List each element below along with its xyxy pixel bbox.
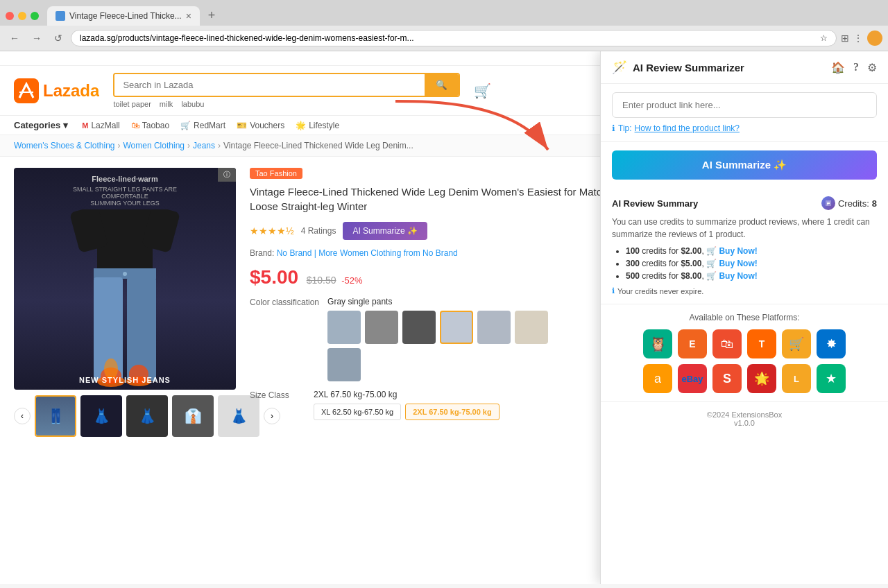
- product-link-input[interactable]: [612, 92, 877, 118]
- ai-panel-input-section: ℹ Tip: How to find the product link?: [601, 84, 888, 142]
- tab-title: Vintage Fleece-Lined Thicke...: [69, 11, 182, 21]
- breadcrumb-womens[interactable]: Women's Shoes & Clothing: [14, 141, 114, 150]
- platform-ebay[interactable]: eBay: [678, 364, 707, 393]
- platform-yelp[interactable]: 🌟: [747, 364, 776, 393]
- platform-etsy[interactable]: E: [678, 329, 707, 358]
- suggestion-1[interactable]: toilet paper: [113, 100, 151, 108]
- thumbnail-4[interactable]: 👔: [172, 395, 214, 437]
- platform-shopee[interactable]: 🛍: [712, 329, 742, 358]
- suggestion-2[interactable]: milk: [160, 100, 173, 108]
- nav-bar: ← → ↺ ☆ ⊞ ⋮: [0, 26, 888, 51]
- size-2xl[interactable]: 2XL 67.50 kg-75.00 kg: [405, 404, 500, 420]
- current-price: $5.00: [250, 266, 298, 288]
- window-controls: [6, 12, 39, 20]
- platform-lazada[interactable]: 🛒: [782, 329, 811, 358]
- nav-redmart[interactable]: 🛒 RedMart: [180, 121, 225, 130]
- discount-badge: -52%: [341, 275, 362, 286]
- categories-button[interactable]: Categories ▾: [14, 120, 68, 130]
- platform-amazon[interactable]: a: [643, 364, 672, 393]
- svg-point-7: [123, 272, 127, 276]
- rating-count: 4 Ratings: [301, 226, 336, 236]
- nav-taobao[interactable]: 🛍 Taobao: [131, 121, 169, 130]
- profile-avatar[interactable]: [867, 31, 882, 46]
- star-rating: ★★★★½: [250, 225, 294, 236]
- refresh-button[interactable]: ↺: [50, 30, 67, 46]
- original-price: $10.50: [307, 275, 336, 286]
- thumbnail-1[interactable]: 👖: [35, 395, 76, 437]
- ai-panel-title: 🪄 AI Review Summarizer: [612, 60, 744, 75]
- tab-favicon: [56, 11, 65, 21]
- bookmark-icon[interactable]: ☆: [820, 33, 828, 43]
- thumbnail-strip: ‹ 👖 👗 👗 👔 👗 ›: [14, 395, 236, 437]
- breadcrumb-clothing[interactable]: Women Clothing: [123, 141, 185, 150]
- platform-shopee2[interactable]: S: [712, 364, 742, 393]
- minimize-window-btn[interactable]: [18, 12, 26, 20]
- home-icon[interactable]: 🏠: [831, 61, 845, 74]
- settings-icon[interactable]: ⚙: [867, 61, 877, 74]
- color-swatch-6[interactable]: [515, 311, 548, 344]
- nav-lazmall[interactable]: M LazMall: [82, 121, 120, 130]
- suggestion-3[interactable]: labubu: [181, 100, 204, 108]
- thumb-prev[interactable]: ‹: [14, 408, 31, 424]
- summarize-btn-label: AI Summarize ✨: [702, 159, 787, 171]
- forward-button[interactable]: →: [28, 30, 46, 46]
- color-swatch-3[interactable]: [402, 311, 436, 344]
- browser-menu-icon[interactable]: ⋮: [853, 33, 863, 44]
- ai-summarize-main-btn[interactable]: AI Summarize ✨: [612, 150, 877, 180]
- color-swatch-5[interactable]: [477, 311, 511, 344]
- size-label: Size Class: [250, 390, 289, 400]
- size-xl[interactable]: XL 62.50 kg-67.50 kg: [314, 404, 401, 420]
- platform-tripadvisor[interactable]: 🦉: [643, 329, 672, 358]
- active-tab[interactable]: Vintage Fleece-Lined Thicke... ×: [47, 6, 200, 26]
- logo[interactable]: Lazada: [14, 78, 99, 103]
- close-window-btn[interactable]: [6, 12, 14, 20]
- help-icon[interactable]: ?: [853, 61, 859, 74]
- thumbnail-3[interactable]: 👗: [126, 395, 168, 437]
- platform-temu[interactable]: T: [747, 329, 776, 358]
- url-input[interactable]: [80, 33, 816, 43]
- page-content: FEEDBACK SAVE MORE ON APP SELL SIGN UP L…: [0, 51, 888, 584]
- color-swatch-2[interactable]: [365, 311, 398, 344]
- categories-label: Categories: [14, 120, 60, 130]
- ai-panel-action-icons: 🏠 ? ⚙: [831, 61, 877, 74]
- brand-tag: Tao Fashion: [250, 168, 302, 179]
- tip-text: ℹ Tip: How to find the product link?: [612, 123, 877, 133]
- thumbnail-2[interactable]: 👗: [80, 395, 122, 437]
- platform-trustpilot[interactable]: ★: [817, 364, 846, 393]
- main-product-image: Fleece-lined·warm SMALL STRAIGHT LEG PAN…: [14, 168, 236, 390]
- color-label: Color classification: [250, 297, 319, 307]
- credits-list: 100 credits for $2.00, 🛒 Buy Now! 300 cr…: [612, 246, 877, 281]
- product-tag: ⓘ: [218, 168, 236, 182]
- search-button[interactable]: 🔍: [425, 74, 459, 96]
- platform-lazada2[interactable]: L: [782, 364, 811, 393]
- cart-icon[interactable]: 🛒: [474, 83, 491, 99]
- find-link-tip[interactable]: How to find the product link?: [635, 123, 740, 133]
- buy-300-link[interactable]: Buy Now!: [719, 259, 757, 268]
- browser-chrome: Vintage Fleece-Lined Thicke... × + ← → ↺…: [0, 0, 888, 51]
- extension-puzzle-icon[interactable]: ⊞: [841, 33, 849, 44]
- version-text: v1.0.0: [612, 419, 877, 427]
- credits-desc: You can use credits to summarize product…: [612, 216, 877, 241]
- credits-number: 8: [872, 198, 877, 209]
- tab-close-icon[interactable]: ×: [186, 10, 191, 21]
- info-icon-small: ℹ: [612, 286, 615, 295]
- new-tab-button[interactable]: +: [203, 6, 221, 26]
- buy-100-link[interactable]: Buy Now!: [719, 246, 757, 256]
- ai-summarize-inline-btn[interactable]: AI Summarize ✨: [343, 222, 427, 240]
- maximize-window-btn[interactable]: [31, 12, 39, 20]
- breadcrumb-jeans[interactable]: Jeans: [193, 141, 215, 150]
- credits-display: Credits: 8: [821, 196, 877, 210]
- brand-link[interactable]: No Brand: [277, 248, 312, 258]
- more-brand-link[interactable]: | More Women Clothing from No Brand: [314, 248, 458, 258]
- search-input[interactable]: [114, 74, 425, 96]
- nav-lifestyle[interactable]: 🌟 Lifestyle: [296, 121, 339, 130]
- search-bar[interactable]: 🔍: [113, 73, 460, 97]
- color-swatch-1[interactable]: [327, 311, 361, 344]
- platform-walmart[interactable]: ✸: [817, 329, 846, 358]
- color-swatch-7[interactable]: [327, 348, 361, 381]
- buy-500-link[interactable]: Buy Now!: [719, 271, 757, 281]
- url-bar[interactable]: ☆: [71, 30, 837, 46]
- color-swatch-4[interactable]: [440, 311, 473, 344]
- back-button[interactable]: ←: [6, 30, 24, 46]
- nav-vouchers[interactable]: 🎫 Vouchers: [237, 121, 284, 130]
